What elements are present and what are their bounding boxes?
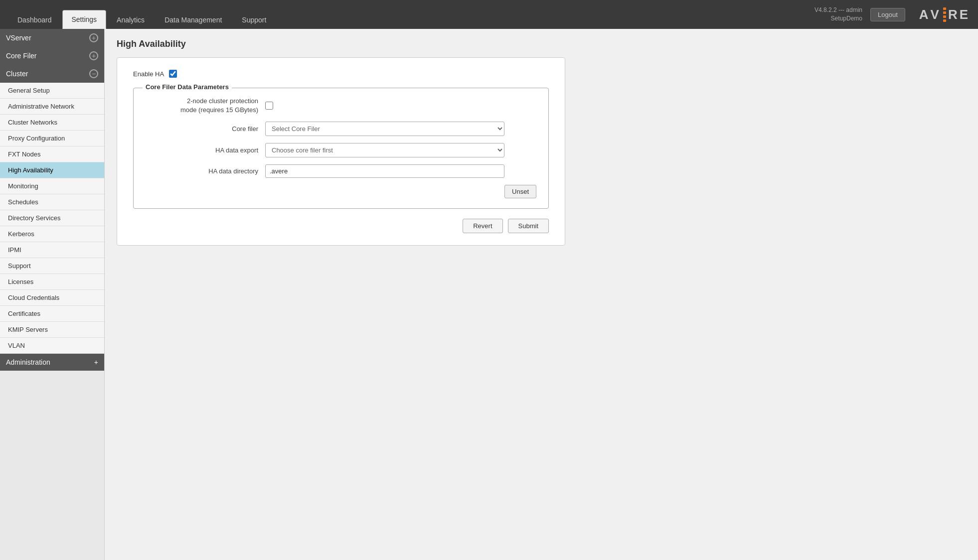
unset-button[interactable]: Unset — [504, 185, 536, 198]
logo-v: V — [931, 7, 941, 22]
sidebar-item-ipmi[interactable]: IPMI — [0, 242, 104, 258]
logo-a: A — [919, 7, 931, 22]
ha-data-export-label: HA data export — [146, 146, 265, 154]
tab-data-management[interactable]: Data Management — [155, 10, 231, 29]
sidebar-section-administration[interactable]: Administration + — [0, 354, 104, 371]
sidebar-item-administrative-network[interactable]: Administrative Network — [0, 99, 104, 115]
core-filer-control: Select Core Filer — [265, 122, 504, 136]
ha-data-directory-control — [265, 164, 504, 178]
sidebar-item-schedules[interactable]: Schedules — [0, 194, 104, 210]
sidebar-item-kmip-servers[interactable]: KMIP Servers — [0, 322, 104, 338]
avere-logo: A V R E — [919, 7, 970, 22]
logo-e: E — [960, 7, 970, 22]
ha-data-directory-label: HA data directory — [146, 167, 265, 175]
sidebar-item-cluster-networks[interactable]: Cluster Networks — [0, 115, 104, 131]
ha-data-export-control: Choose core filer first — [265, 143, 504, 157]
sidebar-section-core-filer[interactable]: Core Filer + — [0, 47, 104, 65]
sidebar-item-high-availability[interactable]: High Availability — [0, 162, 104, 178]
sidebar-item-vlan[interactable]: VLAN — [0, 338, 104, 354]
topbar: Dashboard Settings Analytics Data Manage… — [0, 0, 978, 29]
content-area: High Availability Enable HA Core Filer D… — [105, 29, 978, 560]
ha-data-directory-input[interactable] — [265, 164, 504, 178]
revert-button[interactable]: Revert — [463, 219, 502, 233]
sidebar: VServer + Core Filer + Cluster − General… — [0, 29, 105, 560]
fieldset-legend: Core Filer Data Parameters — [143, 83, 232, 91]
tab-support[interactable]: Support — [232, 10, 276, 29]
enable-ha-label: Enable HA — [133, 70, 164, 78]
ha-data-directory-row: HA data directory — [146, 164, 536, 178]
logout-button[interactable]: Logout — [870, 8, 905, 21]
tab-dashboard[interactable]: Dashboard — [8, 10, 61, 29]
sidebar-section-cluster[interactable]: Cluster − — [0, 65, 104, 83]
sidebar-item-kerberos[interactable]: Kerberos — [0, 226, 104, 242]
version-info: V4.8.2.2 --- admin SetupDemo — [815, 6, 862, 23]
two-node-row: 2-node cluster protectionmode (requires … — [146, 97, 536, 115]
topbar-right: V4.8.2.2 --- admin SetupDemo Logout A V … — [815, 6, 970, 23]
tab-settings[interactable]: Settings — [62, 10, 107, 29]
tab-analytics[interactable]: Analytics — [107, 10, 154, 29]
sidebar-item-certificates[interactable]: Certificates — [0, 306, 104, 322]
cluster-collapse-icon[interactable]: − — [89, 69, 98, 78]
sidebar-item-support[interactable]: Support — [0, 258, 104, 274]
sidebar-item-directory-services[interactable]: Directory Services — [0, 210, 104, 226]
core-filer-row: Core filer Select Core Filer — [146, 122, 536, 136]
logo-bar-icon — [943, 7, 946, 22]
action-row: Revert Submit — [133, 219, 549, 233]
enable-ha-checkbox[interactable] — [169, 70, 177, 78]
sidebar-item-proxy-configuration[interactable]: Proxy Configuration — [0, 131, 104, 146]
ha-data-export-row: HA data export Choose core filer first — [146, 143, 536, 157]
submit-button[interactable]: Submit — [508, 219, 549, 233]
ha-data-export-select[interactable]: Choose core filer first — [265, 143, 504, 157]
sidebar-item-fxt-nodes[interactable]: FXT Nodes — [0, 146, 104, 162]
core-filer-select[interactable]: Select Core Filer — [265, 122, 504, 136]
sidebar-item-general-setup[interactable]: General Setup — [0, 83, 104, 99]
sidebar-item-cloud-credentials[interactable]: Cloud Credentials — [0, 290, 104, 306]
core-filer-expand-icon[interactable]: + — [89, 51, 98, 60]
enable-ha-row: Enable HA — [133, 70, 549, 78]
cluster-items: General Setup Administrative Network Clu… — [0, 83, 104, 354]
core-filer-data-params-fieldset: Core Filer Data Parameters 2-node cluste… — [133, 88, 549, 209]
nav-tabs: Dashboard Settings Analytics Data Manage… — [8, 0, 815, 29]
ha-panel: Enable HA Core Filer Data Parameters 2-n… — [117, 57, 565, 246]
main-layout: VServer + Core Filer + Cluster − General… — [0, 29, 978, 560]
sidebar-item-licenses[interactable]: Licenses — [0, 274, 104, 290]
page-title: High Availability — [117, 39, 966, 49]
core-filer-label: Core filer — [146, 125, 265, 133]
sidebar-item-monitoring[interactable]: Monitoring — [0, 178, 104, 194]
administration-expand-icon[interactable]: + — [94, 358, 98, 366]
two-node-checkbox[interactable] — [265, 102, 273, 110]
vserver-expand-icon[interactable]: + — [89, 33, 98, 42]
logo-r: R — [948, 7, 960, 22]
sidebar-section-vserver[interactable]: VServer + — [0, 29, 104, 47]
two-node-label: 2-node cluster protectionmode (requires … — [146, 97, 265, 115]
